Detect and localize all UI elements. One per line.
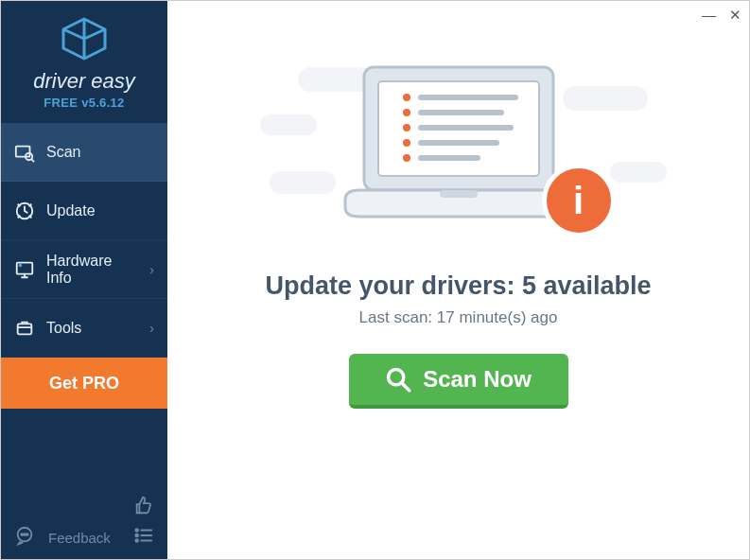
svg-point-12 [135, 539, 138, 542]
svg-point-7 [21, 534, 23, 535]
svg-point-23 [403, 154, 410, 162]
close-button[interactable]: ✕ [729, 8, 741, 22]
titlebar: — ✕ [334, 1, 749, 27]
brand-name: driver easy [1, 69, 167, 94]
sidebar: driver easy FREE v5.6.12 Scan Update [1, 1, 167, 559]
svg-point-8 [24, 534, 26, 535]
last-scan-text: Last scan: 17 minute(s) ago [359, 308, 558, 327]
svg-point-19 [403, 124, 410, 131]
svg-point-4 [19, 263, 23, 267]
svg-point-10 [135, 529, 138, 532]
svg-point-17 [403, 109, 410, 116]
minimize-button[interactable]: — [702, 8, 716, 22]
hardware-info-icon [14, 259, 35, 280]
sidebar-item-update[interactable]: Update [1, 182, 167, 240]
sidebar-item-label: Scan [46, 144, 80, 161]
info-badge-icon: i [542, 164, 616, 237]
brand-version: FREE v5.6.12 [1, 96, 167, 110]
nav: Scan Update Hardware Info › [1, 123, 167, 409]
svg-rect-5 [18, 324, 32, 334]
main-content: — ✕ i Update your dri [167, 1, 749, 559]
sidebar-item-tools[interactable]: Tools › [1, 299, 167, 358]
scan-now-button[interactable]: Scan Now [349, 354, 568, 409]
sidebar-item-label: Hardware Info [46, 253, 138, 287]
feedback-icon[interactable] [14, 525, 35, 546]
svg-point-21 [403, 139, 410, 147]
list-icon[interactable] [133, 525, 154, 546]
headline: Update your drivers: 5 available [265, 271, 651, 301]
sidebar-footer: Feedback [1, 485, 167, 559]
thumbs-up-icon[interactable] [133, 495, 154, 516]
svg-rect-25 [440, 190, 478, 198]
svg-point-26 [389, 370, 404, 385]
svg-point-11 [135, 534, 138, 537]
svg-rect-0 [16, 146, 30, 156]
chevron-right-icon: › [149, 321, 154, 336]
sidebar-item-label: Update [46, 202, 96, 219]
sidebar-item-label: Tools [46, 320, 81, 337]
svg-point-9 [26, 534, 28, 535]
feedback-label[interactable]: Feedback [48, 530, 111, 546]
get-pro-label: Get PRO [49, 374, 119, 394]
sidebar-item-scan[interactable]: Scan [1, 123, 167, 182]
scan-now-label: Scan Now [423, 366, 532, 393]
search-icon [385, 366, 411, 393]
update-icon [14, 201, 35, 221]
tools-icon [14, 318, 35, 339]
get-pro-button[interactable]: Get PRO [1, 358, 167, 409]
brand: driver easy FREE v5.6.12 [1, 1, 167, 119]
scan-icon [14, 142, 35, 163]
illustration: i [307, 58, 610, 247]
logo-icon [58, 16, 111, 61]
svg-point-15 [403, 94, 410, 101]
chevron-right-icon: › [149, 262, 154, 277]
svg-line-27 [403, 384, 410, 391]
sidebar-item-hardware-info[interactable]: Hardware Info › [1, 240, 167, 299]
